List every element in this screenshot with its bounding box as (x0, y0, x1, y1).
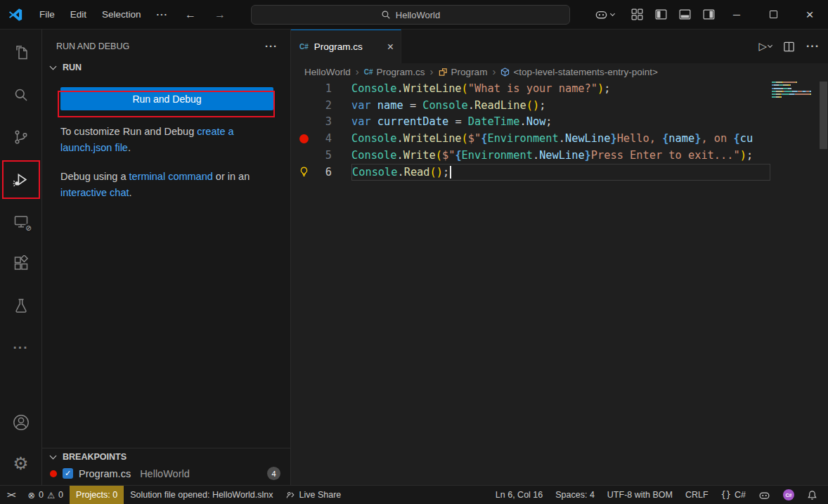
glyph-margin[interactable] (291, 97, 316, 114)
code-token: var (351, 115, 371, 128)
run-project-button[interactable]: ▷ (758, 40, 772, 53)
code-line-2[interactable]: 2var name = Console.ReadLine(); (291, 97, 828, 114)
menu-bar: File Edit Selection ··· ← → (0, 6, 234, 23)
line-number[interactable]: 1 (316, 82, 332, 95)
close-icon[interactable]: × (791, 0, 828, 29)
breakpoint-checkbox[interactable]: ✓ (63, 468, 73, 479)
code-token: Console (351, 132, 396, 145)
search-icon[interactable] (0, 74, 41, 116)
more-actions-icon[interactable]: ··· (0, 327, 41, 369)
line-number[interactable]: 5 (316, 149, 332, 162)
chevron-down-icon (50, 452, 57, 459)
line-number[interactable]: 6 (316, 166, 332, 179)
views-and-more-actions-icon[interactable]: ··· (265, 40, 278, 52)
explorer-icon[interactable] (0, 32, 41, 74)
breakpoints-section-header[interactable]: BREAKPOINTS (42, 448, 290, 465)
terminal-command-link[interactable]: terminal command (129, 171, 213, 182)
problems-status[interactable]: ⊗0 ⚠0 (21, 486, 70, 504)
minimap-line (772, 93, 818, 95)
breakpoint-project: HelloWorld (140, 468, 190, 479)
minimap-line (772, 84, 818, 86)
glyph-margin[interactable] (291, 80, 316, 97)
testing-icon[interactable] (0, 285, 41, 327)
code-token: var (351, 99, 371, 112)
line-number[interactable]: 2 (316, 99, 332, 112)
code-token: ; (443, 166, 449, 179)
eol-status[interactable]: CRLF (679, 486, 715, 504)
menu-file[interactable]: File (32, 6, 62, 22)
code-line-4[interactable]: 4Console.WriteLine($"{Environment.NewLin… (291, 130, 828, 147)
code-token: ReadLine (474, 99, 526, 112)
code-token: Console (422, 99, 467, 112)
scrollbar-thumb[interactable] (820, 82, 827, 149)
breadcrumb-symbol[interactable]: <top-level-statements-entry-point> (500, 67, 658, 77)
activity-bar: ⊘ ··· ⚙ (0, 30, 42, 485)
code-line-6[interactable]: 6Console.Read(); (291, 164, 828, 181)
toggle-panel-icon[interactable] (678, 8, 692, 21)
tab-close-icon[interactable]: × (387, 41, 394, 53)
search-value: HelloWorld (396, 10, 440, 20)
toggle-sidebar-icon[interactable] (654, 8, 668, 21)
menu-more-icon[interactable]: ··· (150, 6, 176, 22)
run-and-debug-icon[interactable] (0, 158, 41, 200)
glyph-margin[interactable] (291, 114, 316, 131)
csharp-file-icon: C# (364, 68, 373, 76)
menu-edit[interactable]: Edit (63, 6, 93, 22)
breadcrumb-project[interactable]: HelloWorld (304, 67, 351, 77)
navigate-back-icon[interactable]: ← (176, 6, 205, 23)
remote-device-icon[interactable]: ⊘ (0, 200, 41, 243)
minimap-line (772, 91, 818, 92)
glyph-margin[interactable] (291, 164, 316, 181)
notifications-status[interactable] (801, 486, 824, 504)
code-editor[interactable]: 1Console.WriteLine("What is your name?")… (291, 80, 828, 485)
code-token: , on (701, 132, 733, 145)
cursor-position-status[interactable]: Ln 6, Col 16 (489, 486, 549, 504)
indentation-status[interactable]: Spaces: 4 (549, 486, 601, 504)
code-line-3[interactable]: 3var currentDate = DateTime.Now; (291, 114, 828, 131)
line-number[interactable]: 3 (316, 115, 332, 128)
remote-indicator[interactable]: >< (0, 486, 21, 504)
breakpoint-icon[interactable] (299, 134, 309, 143)
toggle-secondary-sidebar-icon[interactable] (702, 8, 716, 21)
copilot-menu-button[interactable] (595, 8, 614, 21)
code-token: = (403, 99, 423, 112)
code-line-5[interactable]: 5Console.Write($"{Environment.NewLine}Pr… (291, 147, 828, 164)
settings-gear-icon[interactable]: ⚙ (0, 443, 41, 484)
code-token: $" (442, 149, 455, 162)
accounts-icon[interactable] (0, 402, 41, 443)
run-section-header[interactable]: RUN (42, 58, 290, 77)
minimize-icon[interactable]: ─ (718, 0, 755, 29)
solution-status[interactable]: Solution file opened: HelloWorld.slnx (124, 486, 279, 504)
code-token: NewLine (539, 149, 584, 162)
copilot-status[interactable] (752, 486, 777, 504)
breadcrumb-class[interactable]: Program (439, 67, 488, 77)
command-center-search[interactable]: HelloWorld (251, 5, 570, 25)
code-token: Console (351, 82, 396, 95)
run-and-debug-button[interactable]: Run and Debug (60, 87, 273, 110)
projects-status[interactable]: Projects: 0 (70, 486, 124, 504)
lightbulb-icon[interactable] (299, 167, 309, 177)
menu-selection[interactable]: Selection (95, 6, 148, 22)
glyph-margin[interactable] (291, 147, 316, 164)
glyph-margin[interactable] (291, 130, 316, 147)
breadcrumb-file[interactable]: C# Program.cs (364, 67, 425, 77)
code-token: WriteLine (403, 132, 462, 145)
split-editor-icon[interactable] (783, 41, 795, 53)
tab-program-cs[interactable]: C# Program.cs × (291, 30, 401, 63)
minimap[interactable] (772, 82, 818, 100)
line-number[interactable]: 4 (316, 132, 332, 145)
source-control-icon[interactable] (0, 116, 41, 158)
live-share-status[interactable]: Live Share (279, 486, 347, 504)
code-line-1[interactable]: 1Console.WriteLine("What is your name?")… (291, 80, 828, 97)
language-status[interactable]: {} C# (715, 486, 752, 504)
interactive-chat-link[interactable]: interactive chat (60, 187, 129, 198)
maximize-icon[interactable] (755, 0, 791, 29)
more-actions-icon[interactable]: ··· (806, 40, 820, 53)
breakpoint-list-item[interactable]: ✓ Program.cs HelloWorld 4 (42, 465, 290, 484)
navigate-forward-icon[interactable]: → (206, 6, 234, 23)
encoding-status[interactable]: UTF-8 with BOM (601, 486, 679, 504)
editor-group: C# Program.cs × ▷ ··· HelloWorld › C# Pr… (291, 30, 828, 485)
customize-layout-icon[interactable] (630, 8, 644, 21)
extensions-icon[interactable] (0, 243, 41, 285)
csharp-devkit-status[interactable]: C# (777, 486, 801, 504)
